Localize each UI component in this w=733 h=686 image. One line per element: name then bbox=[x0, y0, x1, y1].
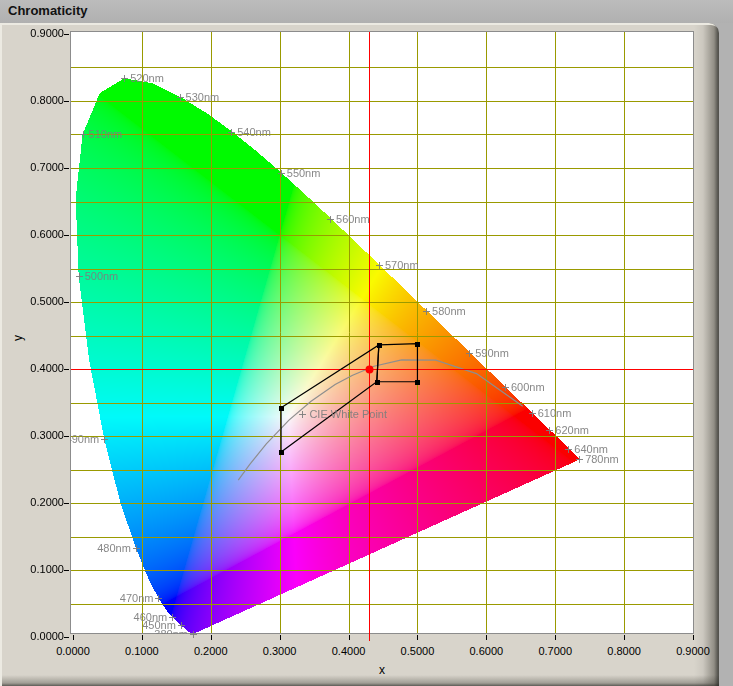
y-axis-tick-label-0.2000: 0.2000 bbox=[14, 496, 64, 509]
x-axis-tick-label-0.7000: 0.7000 bbox=[527, 645, 583, 658]
y-axis-tick-label-0.5000: 0.5000 bbox=[14, 295, 64, 308]
x-axis-tick-label-0.6000: 0.6000 bbox=[458, 645, 514, 658]
y-axis-tick-label-0.7000: 0.7000 bbox=[14, 161, 64, 174]
x-axis-tick-label-0.5000: 0.5000 bbox=[389, 645, 445, 658]
x-axis-tick-label-0.3000: 0.3000 bbox=[252, 645, 308, 658]
x-axis-tick-label-0.8000: 0.8000 bbox=[596, 645, 652, 658]
window-title: Chromaticity bbox=[8, 3, 87, 18]
chromaticity-diagram-canvas[interactable] bbox=[60, 25, 704, 645]
chromaticity-window: Chromaticity 380nm450nm460nm470nm480nm49… bbox=[0, 0, 733, 686]
chart-panel: 380nm450nm460nm470nm480nm490nm500nm510nm… bbox=[0, 23, 719, 686]
y-axis-tick-label-0.3000: 0.3000 bbox=[14, 429, 64, 442]
x-axis-tick-label-0.9000: 0.9000 bbox=[665, 645, 721, 658]
y-axis-title: y bbox=[10, 330, 26, 346]
y-axis-tick-label-0.0000: 0.0000 bbox=[14, 630, 64, 643]
y-axis-tick-label-0.4000: 0.4000 bbox=[14, 362, 64, 375]
x-axis-tick-label-0.1000: 0.1000 bbox=[114, 645, 170, 658]
window-titlebar: Chromaticity bbox=[0, 0, 733, 23]
x-axis-tick-label-0.4000: 0.4000 bbox=[321, 645, 377, 658]
x-axis-tick-label-0.2000: 0.2000 bbox=[183, 645, 239, 658]
x-axis-tick-label-0.0000: 0.0000 bbox=[45, 645, 101, 658]
y-axis-tick-label-0.6000: 0.6000 bbox=[14, 228, 64, 241]
y-axis-tick-label-0.9000: 0.9000 bbox=[14, 27, 64, 40]
x-axis-title: x bbox=[330, 663, 434, 677]
y-axis-tick-label-0.8000: 0.8000 bbox=[14, 94, 64, 107]
y-axis-tick-label-0.1000: 0.1000 bbox=[14, 563, 64, 576]
